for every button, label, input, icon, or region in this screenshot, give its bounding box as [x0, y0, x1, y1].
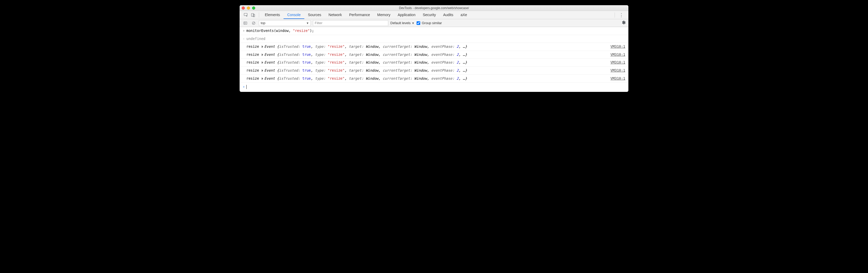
svg-rect-0 [244, 13, 247, 15]
console-log-row: resize Event {isTrusted: true, type: "re… [240, 43, 628, 51]
input-chevron-icon: › [241, 28, 246, 34]
devtools-window: DevTools - developers.google.com/web/sho… [240, 5, 628, 92]
svg-rect-3 [244, 22, 247, 24]
tab-audits[interactable]: Audits [439, 11, 457, 19]
chevron-down-icon: ▼ [306, 22, 309, 25]
console-prompt-input[interactable] [246, 84, 625, 90]
console-filter-input[interactable] [313, 20, 388, 26]
tab-performance[interactable]: Performance [345, 11, 373, 19]
tab-application[interactable]: Application [394, 11, 419, 19]
event-constructor[interactable]: Event [264, 76, 277, 80]
event-constructor[interactable]: Event [264, 53, 277, 57]
event-constructor[interactable]: Event [264, 60, 277, 64]
inspect-element-icon[interactable] [242, 11, 249, 19]
output-chevron-icon: ‹ [241, 36, 246, 42]
tab-sources[interactable]: Sources [304, 11, 325, 19]
chevron-down-icon: ▼ [412, 22, 414, 25]
execution-context-label: top [261, 21, 265, 25]
source-link[interactable]: VM310:1 [605, 44, 625, 49]
separator [259, 12, 259, 18]
text-caret [246, 85, 247, 89]
console-log-row: resize Event {isTrusted: true, type: "re… [240, 67, 628, 75]
console-log-row: resize Event {isTrusted: true, type: "re… [240, 59, 628, 67]
tab-elements[interactable]: Elements [261, 11, 283, 19]
tab-console[interactable]: Console [283, 11, 304, 19]
group-similar-input[interactable] [416, 21, 420, 25]
source-link[interactable]: VM310:1 [605, 76, 625, 81]
console-input-content: monitorEvents(window, "resize"); [246, 28, 625, 34]
expand-triangle-icon[interactable] [262, 45, 263, 48]
expand-triangle-icon[interactable] [262, 77, 263, 80]
device-toolbar-icon[interactable] [249, 11, 257, 19]
window-title: DevTools - developers.google.com/web/sho… [240, 6, 628, 10]
event-name: resize [246, 53, 259, 57]
expand-triangle-icon[interactable] [262, 61, 263, 64]
more-menu-icon[interactable]: ⋮ [617, 12, 626, 18]
clear-console-icon[interactable] [250, 20, 257, 26]
console-log-content: resize Event {isTrusted: true, type: "re… [246, 76, 605, 81]
separator [615, 12, 615, 18]
console-log-content: resize Event {isTrusted: true, type: "re… [246, 44, 605, 49]
show-console-sidebar-icon[interactable] [242, 20, 248, 26]
expand-triangle-icon[interactable] [262, 54, 263, 56]
log-levels-select[interactable]: Default levels ▼ [390, 21, 414, 25]
devtools-tabstrip: ElementsConsoleSourcesNetworkPerformance… [240, 11, 628, 19]
tab-memory[interactable]: Memory [374, 11, 394, 19]
console-result-value: undefined [246, 36, 625, 42]
console-log-row: resize Event {isTrusted: true, type: "re… [240, 75, 628, 83]
console-settings-icon[interactable] [621, 20, 626, 26]
event-name: resize [246, 76, 259, 80]
source-link[interactable]: VM310:1 [605, 52, 625, 58]
tab-security[interactable]: Security [419, 11, 440, 19]
event-name: resize [246, 60, 259, 64]
tabs: ElementsConsoleSourcesNetworkPerformance… [261, 11, 471, 19]
console-result-row: ‹ undefined [240, 35, 628, 43]
source-link[interactable]: VM310:1 [605, 60, 625, 65]
svg-line-5 [253, 22, 255, 24]
group-similar-label: Group similar [422, 21, 442, 25]
log-levels-label: Default levels [390, 21, 411, 25]
event-constructor[interactable]: Event [264, 68, 277, 72]
svg-rect-1 [251, 13, 254, 16]
tab-network[interactable]: Network [325, 11, 345, 19]
mac-titlebar: DevTools - developers.google.com/web/sho… [240, 5, 628, 11]
console-log-content: resize Event {isTrusted: true, type: "re… [246, 52, 605, 58]
prompt-chevron-icon: › [241, 84, 246, 90]
console-prompt-row[interactable]: › [240, 82, 628, 92]
console-log-content: resize Event {isTrusted: true, type: "re… [246, 68, 605, 73]
group-similar-checkbox[interactable]: Group similar [416, 21, 442, 25]
event-constructor[interactable]: Event [264, 44, 277, 48]
console-input-row: › monitorEvents(window, "resize"); [240, 27, 628, 35]
event-name: resize [246, 44, 259, 48]
tab-axe[interactable]: aXe [457, 11, 471, 19]
expand-triangle-icon[interactable] [262, 69, 263, 72]
console-toolbar: top ▼ Default levels ▼ Group similar [240, 19, 628, 27]
console-log-content: resize Event {isTrusted: true, type: "re… [246, 60, 605, 65]
console-body: › monitorEvents(window, "resize"); ‹ und… [240, 27, 628, 92]
execution-context-select[interactable]: top ▼ [259, 20, 311, 26]
source-link[interactable]: VM310:1 [605, 68, 625, 73]
event-name: resize [246, 68, 259, 72]
console-log-row: resize Event {isTrusted: true, type: "re… [240, 51, 628, 59]
